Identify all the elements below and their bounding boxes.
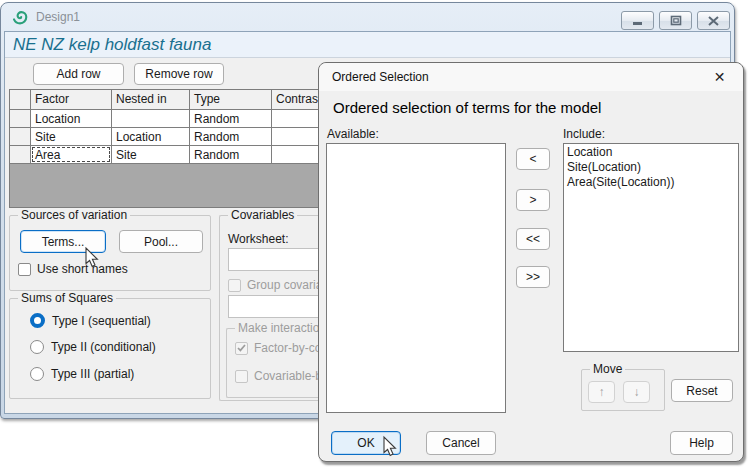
dialog-heading: Ordered selection of terms for the model [333, 99, 601, 116]
covariables-label: Covariables [228, 208, 297, 222]
remove-row-button[interactable]: Remove row [134, 63, 224, 85]
design-window-titlebar[interactable]: Design1 [1, 3, 734, 31]
arrow-down-icon: ↓ [634, 385, 640, 399]
close-icon: ✕ [714, 69, 726, 85]
ok-button[interactable]: OK [331, 431, 401, 455]
radio-type1-sequential[interactable]: Type I (sequential) [30, 313, 151, 328]
cell-factor[interactable]: Site [31, 128, 112, 146]
dialog-titlebar[interactable]: Ordered Selection [319, 63, 743, 91]
column-header-nested-in: Nested in [112, 90, 190, 110]
add-row-button[interactable]: Add row [33, 63, 124, 85]
row-selector[interactable] [10, 128, 31, 146]
reset-button[interactable]: Reset [671, 379, 733, 402]
cancel-button[interactable]: Cancel [426, 431, 496, 455]
cell-nested-in[interactable]: Location [112, 128, 190, 146]
move-label: Move [590, 362, 625, 376]
row-selector[interactable] [10, 110, 31, 128]
move-left-button[interactable]: < [516, 148, 550, 170]
restore-icon [670, 15, 682, 26]
move-down-button[interactable]: ↓ [623, 381, 650, 403]
worksheet-label: Worksheet: [228, 232, 288, 246]
primer-spiral-icon [13, 9, 29, 25]
radio-icon [30, 340, 44, 354]
checkbox-icon [228, 279, 241, 292]
type3-label: Type III (partial) [51, 367, 134, 381]
type1-label: Type I (sequential) [52, 314, 151, 328]
grid-corner-cell [10, 90, 31, 110]
cell-factor[interactable]: Location [31, 110, 112, 128]
move-group: Move ↑ ↓ [581, 369, 665, 411]
document-title: NE NZ kelp holdfast fauna [13, 35, 211, 55]
close-icon [708, 16, 719, 26]
radio-icon [30, 367, 44, 381]
factor-by-covariable-label: Factor-by-cov [254, 341, 327, 355]
list-item[interactable]: Site(Location) [564, 160, 738, 175]
close-button[interactable] [697, 11, 730, 30]
checkbox-icon [18, 263, 31, 276]
list-item[interactable]: Location [564, 145, 738, 160]
arrow-up-icon: ↑ [599, 385, 605, 399]
checkbox-icon [235, 370, 248, 383]
use-short-names-checkbox[interactable]: Use short names [18, 262, 128, 276]
cell-type[interactable]: Random [190, 110, 272, 128]
include-label: Include: [563, 127, 605, 141]
use-short-names-label: Use short names [37, 262, 128, 276]
sums-of-squares-group: Sums of Squares Type I (sequential) Type… [9, 298, 211, 399]
cell-type[interactable]: Random [190, 128, 272, 146]
ordered-selection-dialog: Ordered Selection ✕ Ordered selection of… [318, 62, 744, 462]
document-header: NE NZ kelp holdfast fauna [5, 32, 730, 58]
cell-nested-in[interactable]: Site [112, 146, 190, 164]
checkbox-checked-icon [235, 342, 248, 355]
cell-factor-selected[interactable]: Area [31, 146, 112, 164]
move-all-left-button[interactable]: << [516, 228, 550, 250]
covariable-by-covariable-checkbox[interactable]: Covariable-by [235, 369, 328, 383]
radio-type3-partial[interactable]: Type III (partial) [30, 367, 134, 381]
sources-of-variation-label: Sources of variation [18, 208, 130, 222]
pool-button[interactable]: Pool... [119, 230, 203, 253]
include-listbox[interactable]: Location Site(Location) Area(Site(Locati… [563, 143, 739, 352]
radio-selected-icon [30, 313, 45, 328]
sources-of-variation-group: Sources of variation Terms... Pool... Us… [9, 215, 211, 291]
help-button[interactable]: Help [670, 431, 733, 455]
restore-button[interactable] [659, 11, 692, 30]
available-listbox[interactable] [326, 143, 506, 413]
move-all-right-button[interactable]: >> [516, 266, 550, 288]
dialog-close-button[interactable]: ✕ [697, 64, 742, 90]
available-label: Available: [327, 127, 379, 141]
row-selector[interactable] [10, 146, 31, 164]
column-header-factor: Factor [31, 90, 112, 110]
covariable-by-covariable-label: Covariable-by [254, 369, 328, 383]
column-header-type: Type [190, 90, 272, 110]
sums-of-squares-label: Sums of Squares [18, 291, 116, 305]
factor-by-covariable-checkbox[interactable]: Factor-by-cov [235, 341, 327, 355]
list-item[interactable]: Area(Site(Location)) [564, 175, 738, 190]
radio-type2-conditional[interactable]: Type II (conditional) [30, 340, 156, 354]
minimize-button[interactable] [621, 11, 654, 30]
window-title: Design1 [36, 10, 80, 24]
terms-button[interactable]: Terms... [20, 230, 106, 253]
minimize-icon [632, 16, 644, 26]
cell-nested-in[interactable] [112, 110, 190, 128]
group-covariables-checkbox[interactable]: Group covariabl [228, 278, 332, 292]
move-up-button[interactable]: ↑ [588, 381, 615, 403]
cell-type[interactable]: Random [190, 146, 272, 164]
type2-label: Type II (conditional) [51, 340, 156, 354]
move-right-button[interactable]: > [516, 189, 550, 211]
dialog-title: Ordered Selection [332, 70, 429, 84]
